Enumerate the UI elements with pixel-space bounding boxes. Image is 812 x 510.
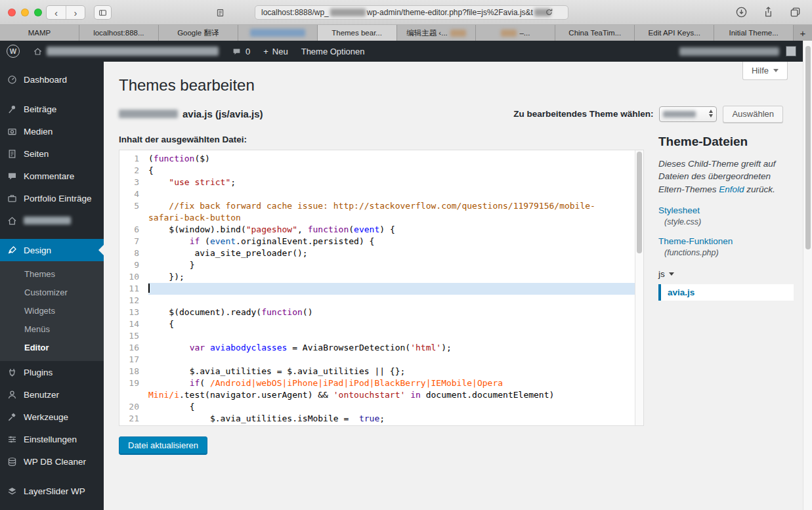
redacted-theme-name xyxy=(119,110,178,118)
code-line-17[interactable]: 17 xyxy=(119,354,635,366)
sidebar-item-users[interactable]: Benutzer xyxy=(0,383,104,406)
editor-scrollbar[interactable] xyxy=(635,150,643,425)
browser-tab-5[interactable]: Themes bear... xyxy=(318,25,397,41)
sidebar-item-plugins[interactable]: Plugins xyxy=(0,361,104,383)
menu-separator xyxy=(0,232,104,239)
submenu-item-widgets[interactable]: Widgets xyxy=(0,302,104,320)
code-line-2[interactable]: 2{ xyxy=(119,165,635,177)
code-line-18[interactable]: 18 $.avia_utilities = $.avia_utilities |… xyxy=(119,366,635,377)
submenu-item-editor[interactable]: Editor xyxy=(0,339,104,357)
line-number: 22 xyxy=(119,425,148,425)
page-scrollbar[interactable] xyxy=(803,41,812,510)
theme-files-panel: Theme-Dateien Dieses Child-Theme greift … xyxy=(658,135,803,455)
code-line-9[interactable]: 9 } xyxy=(119,259,635,271)
minimize-window-button[interactable] xyxy=(21,9,29,16)
sidebar-item-redacted[interactable] xyxy=(0,209,104,232)
sidebar-item-tools[interactable]: Werkzeuge xyxy=(0,406,104,428)
line-number: 18 xyxy=(119,366,148,377)
current-file-name: avia.js (js/avia.js) xyxy=(182,108,263,119)
browser-tab-6[interactable]: 编辑主题 ‹... xyxy=(397,25,477,41)
reload-button[interactable] xyxy=(544,7,554,17)
code-line-8[interactable]: 8 avia_site_preloader(); xyxy=(119,247,635,259)
theme-select[interactable] xyxy=(659,106,717,122)
submenu-item-customizer[interactable]: Customizer xyxy=(0,284,104,302)
menu-separator xyxy=(0,473,104,480)
file-content-label: Inhalt der ausgewählten Datei: xyxy=(119,135,644,144)
wp-logo-menu[interactable]: W xyxy=(0,41,26,62)
select-theme-button[interactable]: Auswählen xyxy=(723,106,783,123)
code-line-19[interactable]: 19 if( /Android|webOS|iPhone|iPad|iPod|B… xyxy=(119,377,635,401)
comments-menu[interactable]: 0 xyxy=(225,41,257,62)
code-line-10[interactable]: 10 }); xyxy=(119,271,635,283)
plugins-icon xyxy=(5,366,18,379)
code-line-3[interactable]: 3 "use strict"; xyxy=(119,177,635,188)
page-scrollbar-thumb[interactable] xyxy=(805,46,811,249)
sidebar-item-settings[interactable]: Einstellungen xyxy=(0,428,104,450)
line-number: 16 xyxy=(119,342,148,354)
downloads-button[interactable] xyxy=(735,6,748,18)
theme-options-menu[interactable]: Theme Optionen xyxy=(295,41,372,62)
code-line-14[interactable]: 14 { xyxy=(119,318,635,330)
browser-tab-2[interactable]: localhost:888... xyxy=(79,25,159,41)
layers-icon xyxy=(5,484,18,498)
js-folder-toggle[interactable]: js xyxy=(658,269,794,279)
code-line-21[interactable]: 21 $.avia_utilities.isMobile = true; xyxy=(119,413,635,425)
code-line-6[interactable]: 6 $(window).bind("pageshow", function(ev… xyxy=(119,224,635,236)
code-line-11[interactable]: 11 xyxy=(119,283,635,295)
plus-icon: + xyxy=(263,47,268,56)
page-settings-button[interactable] xyxy=(215,7,226,18)
avatar[interactable] xyxy=(786,46,796,56)
browser-tab-7[interactable]: –... xyxy=(476,25,555,41)
share-button[interactable] xyxy=(762,6,775,18)
theme-functions-link[interactable]: Theme-Funktionen xyxy=(658,236,794,246)
code-line-22[interactable]: 22 } xyxy=(119,425,635,425)
parent-theme-link[interactable]: Enfold xyxy=(719,184,744,194)
sidebar-item-dashboard[interactable]: Dashboard xyxy=(0,68,104,91)
code-line-13[interactable]: 13 $(document).ready(function() xyxy=(119,307,635,318)
new-content-menu[interactable]: + Neu xyxy=(257,41,294,62)
code-line-12[interactable]: 12 xyxy=(119,295,635,307)
sidebar-item-design[interactable]: Design xyxy=(0,239,104,261)
help-tab[interactable]: Hilfe xyxy=(742,62,788,80)
sidebar-item-portfolio[interactable]: Portfolio Einträge xyxy=(0,187,104,209)
browser-tab-10[interactable]: Initial Theme... xyxy=(714,25,794,41)
tab-overview-button[interactable] xyxy=(789,6,801,18)
code-line-4[interactable]: 4 xyxy=(119,188,635,200)
code-line-15[interactable]: 15 xyxy=(119,330,635,342)
line-number: 6 xyxy=(119,224,148,236)
sidebar-item-posts[interactable]: Beiträge xyxy=(0,98,104,120)
code-line-5[interactable]: 5 //fix back forward cache issue: http:/… xyxy=(119,200,635,224)
site-name-menu[interactable] xyxy=(26,41,225,62)
sidebar-item-pages[interactable]: Seiten xyxy=(0,142,104,165)
sidebar-item-layerslider-wp[interactable]: LayerSlider WP xyxy=(0,480,104,502)
active-file-link[interactable]: avia.js xyxy=(658,284,794,301)
code-line-1[interactable]: 1(function($) xyxy=(119,153,635,165)
code-line-7[interactable]: 7 if (event.originalEvent.persisted) { xyxy=(119,236,635,247)
browser-tab-1[interactable]: MAMP xyxy=(0,25,79,41)
browser-tab-8[interactable]: China TeaTim... xyxy=(555,25,635,41)
address-bar[interactable]: localhost:8888/wp_wp-admin/theme-editor.… xyxy=(255,5,568,20)
close-window-button[interactable] xyxy=(8,9,16,16)
stylesheet-link[interactable]: Stylesheet xyxy=(658,205,794,215)
forward-button[interactable]: › xyxy=(66,6,85,19)
code-line-20[interactable]: 20 { xyxy=(119,401,635,413)
back-button[interactable]: ‹ xyxy=(47,6,66,19)
admin-bar: W 0 + Neu xyxy=(0,41,803,62)
code-editor[interactable]: 1(function($)2{3 "use strict";45 //fix b… xyxy=(119,150,644,426)
sidebar-item-label: Seiten xyxy=(24,149,49,159)
submenu-item-mens[interactable]: Menüs xyxy=(0,320,104,339)
browser-tab-3[interactable]: Google 翻译 xyxy=(159,25,238,41)
update-file-button[interactable]: Datei aktualisieren xyxy=(119,436,207,455)
sidebar-item-label: Benutzer xyxy=(24,390,59,400)
new-tab-button[interactable]: + xyxy=(794,25,812,41)
sidebar-item-media[interactable]: Medien xyxy=(0,120,104,142)
sidebar-item-wp-db-cleaner[interactable]: WP DB Cleaner xyxy=(0,450,104,473)
editor-scrollbar-thumb[interactable] xyxy=(637,152,642,253)
zoom-window-button[interactable] xyxy=(34,9,42,16)
sidebar-toggle-button[interactable] xyxy=(94,5,112,20)
browser-tab-4[interactable] xyxy=(238,25,318,41)
browser-tab-9[interactable]: Edit API Keys... xyxy=(635,25,714,41)
submenu-item-themes[interactable]: Themes xyxy=(0,265,104,284)
sidebar-item-comments[interactable]: Kommentare xyxy=(0,165,104,187)
code-line-16[interactable]: 16 var aviabodyclasses = AviaBrowserDete… xyxy=(119,342,635,354)
